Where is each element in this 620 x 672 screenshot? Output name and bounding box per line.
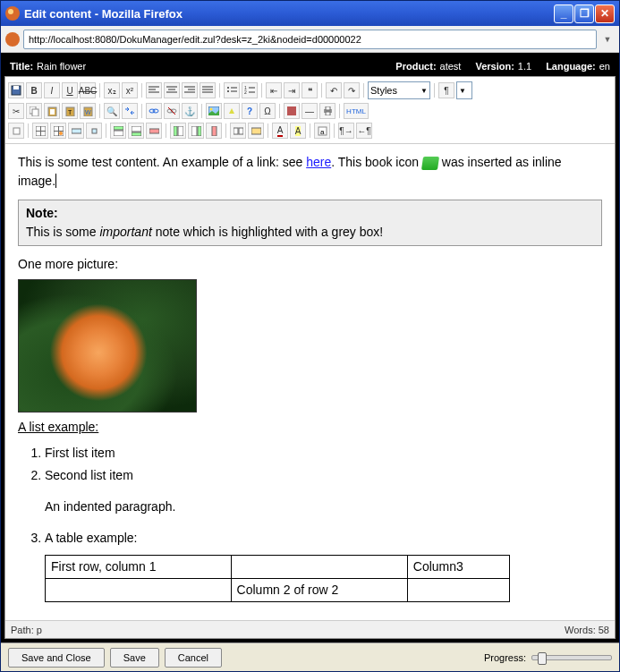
styles-label: Styles <box>370 85 397 96</box>
text-1b: . This book icon <box>331 155 422 169</box>
subscript-button[interactable]: x₂ <box>104 82 120 98</box>
close-button[interactable]: ✕ <box>595 4 615 23</box>
page-icon <box>5 32 20 47</box>
print-button[interactable] <box>319 103 335 119</box>
svg-rect-41 <box>13 128 20 134</box>
rtl-button[interactable]: ←¶ <box>356 123 372 139</box>
table-button[interactable] <box>32 123 48 139</box>
strike-button[interactable]: ABC <box>80 82 96 98</box>
note-text-a: This is some <box>26 225 99 239</box>
maximize-button[interactable]: ❐ <box>574 4 594 23</box>
svg-rect-61 <box>234 128 238 134</box>
product-value: atest <box>440 61 462 72</box>
paste-word-button[interactable]: W <box>80 103 96 119</box>
save-button[interactable]: Save <box>110 648 159 668</box>
progress-label: Progress: <box>484 652 526 663</box>
backcolor-button[interactable]: A <box>290 123 306 139</box>
redo-button[interactable]: ↷ <box>344 82 360 98</box>
media-button[interactable] <box>284 103 300 119</box>
unlink-button[interactable] <box>164 103 180 119</box>
layer-button[interactable] <box>8 123 24 139</box>
image-button[interactable] <box>206 103 222 119</box>
row-delete-button[interactable] <box>146 123 162 139</box>
svg-point-16 <box>227 90 229 92</box>
save-close-button[interactable]: Save and Close <box>8 648 105 668</box>
svg-point-31 <box>153 109 158 113</box>
svg-point-36 <box>210 108 213 111</box>
minimize-button[interactable]: _ <box>554 4 573 23</box>
version-value: 1.1 <box>518 61 531 72</box>
language-value: en <box>599 61 610 72</box>
content-table: First row, column 1 Column3 Column 2 of … <box>45 555 510 602</box>
cleanup-button[interactable] <box>224 103 240 119</box>
paste-button[interactable] <box>44 103 60 119</box>
forecolor-button[interactable]: A <box>272 123 288 139</box>
row-props-button[interactable] <box>68 123 84 139</box>
align-center-button[interactable] <box>164 82 180 98</box>
blockquote-button[interactable]: ❝ <box>302 82 318 98</box>
window-title: Edit content - Mozilla Firefox <box>24 7 553 21</box>
replace-button[interactable] <box>122 103 138 119</box>
styles-dropdown[interactable]: Styles▼ <box>368 81 430 99</box>
align-left-button[interactable] <box>146 82 162 98</box>
svg-rect-40 <box>326 112 330 115</box>
row-after-button[interactable] <box>128 123 144 139</box>
char-button[interactable]: Ω <box>259 103 276 119</box>
italic-button[interactable]: I <box>44 82 60 98</box>
help-button[interactable]: ? <box>242 103 258 119</box>
language-label: Language: <box>546 61 596 72</box>
align-justify-button[interactable] <box>200 82 216 98</box>
cut-button[interactable]: ✂ <box>8 103 24 119</box>
bold-button[interactable]: B <box>26 82 42 98</box>
find-button[interactable]: 🔍 <box>104 103 120 119</box>
col-before-button[interactable] <box>170 123 186 139</box>
merge-cell-button[interactable] <box>248 123 264 139</box>
url-input[interactable]: http://localhost:8080/DokuManager/edit.z… <box>23 30 597 49</box>
underline-button[interactable]: U <box>62 82 78 98</box>
svg-rect-59 <box>198 126 201 136</box>
col-delete-button[interactable] <box>206 123 222 139</box>
table-cell <box>46 579 232 602</box>
progress-slider[interactable] <box>531 655 612 660</box>
row-before-button[interactable] <box>110 123 126 139</box>
svg-rect-1 <box>13 86 19 89</box>
table-cell <box>407 579 509 602</box>
table-cell <box>231 556 407 579</box>
table-props-button[interactable] <box>50 123 66 139</box>
svg-rect-39 <box>326 106 330 110</box>
svg-text:a: a <box>320 128 325 136</box>
copy-button[interactable] <box>26 103 42 119</box>
attr-button[interactable]: a <box>314 123 330 139</box>
editor-body[interactable]: This is some test content. An example of… <box>5 144 615 620</box>
indent-button[interactable]: ⇥ <box>284 82 300 98</box>
svg-text:W: W <box>85 109 91 115</box>
number-list-button[interactable]: 12 <box>242 82 258 98</box>
ltr-button[interactable]: ¶→ <box>338 123 354 139</box>
svg-rect-57 <box>178 126 183 136</box>
paragraph-button[interactable]: ¶ <box>438 82 454 98</box>
url-dropdown[interactable]: ▼ <box>600 30 615 48</box>
note-title: Note: <box>26 206 58 220</box>
link-button[interactable] <box>146 103 162 119</box>
table-row: Column 2 of row 2 <box>46 579 510 602</box>
save-icon[interactable] <box>8 82 24 98</box>
cancel-button[interactable]: Cancel <box>165 648 222 668</box>
col-after-button[interactable] <box>188 123 204 139</box>
table-cell: First row, column 1 <box>46 556 232 579</box>
slider-thumb[interactable] <box>538 652 547 665</box>
split-cell-button[interactable] <box>230 123 246 139</box>
link-here[interactable]: here <box>306 155 331 169</box>
paste-text-button[interactable]: T <box>62 103 78 119</box>
undo-button[interactable]: ↶ <box>326 82 342 98</box>
align-right-button[interactable] <box>182 82 198 98</box>
svg-rect-54 <box>132 132 141 136</box>
path-bar: Path: p Words: 58 <box>5 620 615 638</box>
superscript-button[interactable]: x² <box>122 82 138 98</box>
format-dropdown[interactable]: ▼ <box>456 81 472 99</box>
hr-button[interactable]: — <box>302 103 318 119</box>
anchor-button[interactable]: ⚓ <box>182 103 198 119</box>
bullet-list-button[interactable] <box>224 82 240 98</box>
outdent-button[interactable]: ⇤ <box>266 82 282 98</box>
html-button[interactable]: HTML <box>344 103 369 119</box>
cell-props-button[interactable] <box>86 123 102 139</box>
